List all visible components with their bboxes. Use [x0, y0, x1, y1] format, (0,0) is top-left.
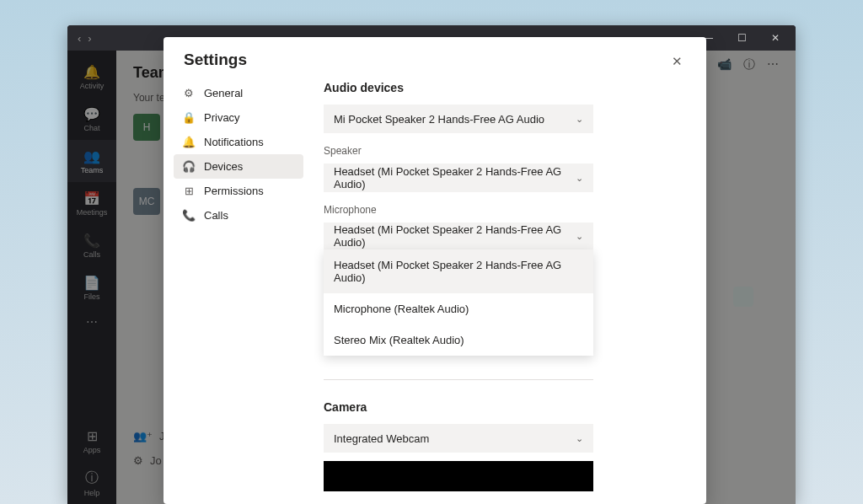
window-maximize-button[interactable]: ☐ — [725, 25, 758, 51]
close-button[interactable]: ✕ — [668, 51, 686, 72]
bell-icon: 🔔 — [182, 136, 196, 148]
nav-item-notifications[interactable]: 🔔Notifications — [174, 130, 303, 154]
settings-modal: Settings ✕ ⚙General 🔒Privacy 🔔Notificati… — [163, 37, 706, 504]
speaker-dropdown[interactable]: Headset (Mi Pocket Speaker 2 Hands-Free … — [324, 164, 593, 192]
section-divider — [324, 379, 593, 380]
phone-icon: 📞 — [182, 209, 196, 222]
microphone-dropdown-menu: Headset (Mi Pocket Speaker 2 Hands-Free … — [324, 249, 593, 356]
nav-back-button[interactable]: ‹ — [78, 32, 81, 45]
headset-icon: 🎧 — [182, 160, 196, 173]
settings-content: Audio devices Mi Pocket Speaker 2 Hands-… — [314, 81, 706, 504]
chevron-down-icon: ⌄ — [576, 433, 583, 444]
microphone-dropdown[interactable]: Headset (Mi Pocket Speaker 2 Hands-Free … — [324, 223, 593, 251]
chevron-down-icon: ⌄ — [576, 231, 583, 242]
audio-devices-value: Mi Pocket Speaker 2 Hands-Free AG Audio — [334, 113, 544, 126]
nav-item-devices[interactable]: 🎧Devices — [174, 154, 303, 179]
nav-forward-button[interactable]: › — [88, 32, 91, 45]
camera-heading: Camera — [324, 400, 669, 414]
lock-icon: 🔒 — [182, 111, 196, 124]
grid-icon: ⊞ — [182, 185, 196, 197]
speaker-value: Headset (Mi Pocket Speaker 2 Hands-Free … — [334, 165, 576, 190]
camera-dropdown[interactable]: Integrated Webcam ⌄ — [324, 424, 593, 453]
gear-icon: ⚙ — [182, 87, 196, 99]
nav-item-privacy[interactable]: 🔒Privacy — [174, 105, 303, 130]
microphone-value: Headset (Mi Pocket Speaker 2 Hands-Free … — [334, 223, 576, 249]
audio-devices-dropdown[interactable]: Mi Pocket Speaker 2 Hands-Free AG Audio … — [324, 105, 593, 133]
nav-item-general[interactable]: ⚙General — [174, 81, 303, 105]
speaker-label: Speaker — [324, 145, 669, 157]
nav-item-calls[interactable]: 📞Calls — [174, 203, 303, 228]
nav-item-permissions[interactable]: ⊞Permissions — [174, 179, 303, 203]
chevron-down-icon: ⌄ — [576, 114, 583, 125]
settings-nav: ⚙General 🔒Privacy 🔔Notifications 🎧Device… — [163, 81, 314, 504]
audio-devices-heading: Audio devices — [324, 81, 669, 94]
settings-title: Settings — [184, 51, 247, 69]
camera-preview — [324, 461, 593, 491]
window-close-button[interactable]: ✕ — [758, 25, 792, 51]
microphone-option[interactable]: Microphone (Realtek Audio) — [324, 293, 593, 324]
microphone-option[interactable]: Stereo Mix (Realtek Audio) — [324, 324, 593, 356]
microphone-label: Microphone — [324, 204, 669, 216]
microphone-option[interactable]: Headset (Mi Pocket Speaker 2 Hands-Free … — [324, 249, 593, 293]
camera-value: Integrated Webcam — [334, 432, 429, 445]
chevron-down-icon: ⌄ — [576, 173, 583, 184]
